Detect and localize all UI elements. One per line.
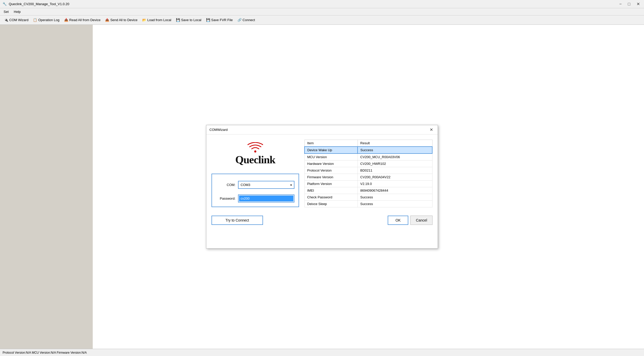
send-all-label: Send All to Device	[110, 18, 138, 22]
dialog-right-panel: Item Result Device Wake UpSuccessMCU Ver…	[304, 140, 433, 207]
operation-log-label: Operation Log	[38, 18, 59, 22]
table-cell-result: 869409067428444	[358, 187, 432, 194]
table-row: Deivce SleepSuccess	[304, 201, 432, 207]
toolbar: 🔌 COM Wizard 📋 Operation Log 📥 Read All …	[0, 15, 644, 25]
close-button[interactable]: ✕	[635, 1, 641, 7]
menu-item-help[interactable]: Help	[12, 9, 23, 14]
connect-label: Connect	[243, 18, 255, 22]
connection-form: COM: COM3 COM1 COM2 COM4 COM5	[211, 174, 299, 207]
table-cell-item: Platform Version	[304, 181, 358, 187]
ok-button[interactable]: OK	[388, 216, 408, 225]
toolbar-send-all[interactable]: 📤 Send All to Device	[103, 17, 140, 23]
dialog-titlebar: COMWizard ✕	[206, 125, 438, 134]
com-wizard-dialog: COMWizard ✕	[206, 125, 438, 249]
cancel-button[interactable]: Cancel	[410, 216, 433, 225]
save-fvr-icon: 💾	[206, 18, 210, 22]
status-bar: Protocol Version:N/A MCU Version:N/A Fir…	[0, 349, 644, 356]
table-cell-item: Hardware Version	[304, 160, 358, 167]
toolbar-read-all[interactable]: 📥 Read All from Device	[62, 17, 103, 23]
table-cell-result: CV200_MCU_R00A03V06	[358, 154, 432, 160]
table-row: Protocol VersionBD0211	[304, 167, 432, 174]
table-cell-item: Protocol Version	[304, 167, 358, 174]
table-cell-result: BD0211	[358, 167, 432, 174]
send-all-icon: 📤	[105, 18, 109, 22]
table-cell-result: CV200_R00A04V22	[358, 174, 432, 181]
table-cell-result: Success	[358, 147, 432, 154]
dialog-title: COMWizard	[209, 128, 228, 132]
menu-bar: Set Help	[0, 8, 644, 15]
password-form-group: Password:	[216, 194, 294, 202]
title-bar-left: 🔧 Queclink_CV200_Manage_Tool_V1.0.20	[3, 2, 69, 6]
dialog-body: Queclink COM: COM3 COM1 COM2	[206, 134, 438, 213]
load-local-label: Load from Local	[147, 18, 171, 22]
main-content: COMWizard ✕	[0, 25, 644, 349]
dialog-footer: Try to Connect OK Cancel	[206, 213, 438, 230]
table-cell-item: IMEI	[304, 187, 358, 194]
table-cell-result: V2.19.0	[358, 181, 432, 187]
com-form-group: COM: COM3 COM1 COM2 COM4 COM5	[216, 181, 294, 189]
svg-point-0	[254, 150, 256, 152]
table-cell-result: Success	[358, 201, 432, 207]
table-row: MCU VersionCV200_MCU_R00A03V06	[304, 154, 432, 160]
dialog-left-panel: Queclink COM: COM3 COM1 COM2	[211, 140, 299, 207]
com-wizard-label: COM Wizard	[9, 18, 28, 22]
password-label: Password:	[216, 197, 235, 200]
read-all-icon: 📥	[64, 18, 68, 22]
table-cell-item: Deivce Sleep	[304, 201, 358, 207]
table-row: Platform VersionV2.19.0	[304, 181, 432, 187]
table-cell-result: CV200_HWR102	[358, 160, 432, 167]
table-row: Hardware VersionCV200_HWR102	[304, 160, 432, 167]
table-header-result: Result	[358, 140, 432, 147]
toolbar-com-wizard[interactable]: 🔌 COM Wizard	[2, 17, 30, 23]
save-local-icon: 💾	[176, 18, 180, 22]
title-bar-controls: − □ ✕	[618, 1, 641, 7]
com-select-wrap: COM3 COM1 COM2 COM4 COM5	[238, 181, 294, 189]
toolbar-save-local[interactable]: 💾 Save to Local	[174, 17, 204, 23]
table-cell-item: Check Password	[304, 194, 358, 201]
footer-right: OK Cancel	[388, 216, 433, 225]
status-text: Protocol Version:N/A MCU Version:N/A Fir…	[3, 351, 87, 354]
table-cell-item: Device Wake Up	[304, 147, 358, 154]
app-title: Queclink_CV200_Manage_Tool_V1.0.20	[9, 2, 69, 6]
com-select[interactable]: COM3 COM1 COM2 COM4 COM5	[239, 182, 293, 188]
app-icon: 🔧	[3, 2, 7, 6]
device-info-table: Item Result Device Wake UpSuccessMCU Ver…	[304, 140, 433, 207]
toolbar-operation-log[interactable]: 📋 Operation Log	[31, 17, 61, 23]
dialog-close-button[interactable]: ✕	[428, 127, 435, 133]
read-all-label: Read All from Device	[69, 18, 100, 22]
toolbar-save-fvr[interactable]: 💾 Save FVR File	[204, 17, 235, 23]
footer-left: Try to Connect	[211, 216, 385, 225]
menu-item-set[interactable]: Set	[2, 9, 11, 14]
save-local-label: Save to Local	[181, 18, 201, 22]
operation-log-icon: 📋	[33, 18, 37, 22]
connect-icon: 🔗	[238, 18, 242, 22]
com-label: COM:	[216, 183, 235, 187]
table-cell-item: Firmware Version	[304, 174, 358, 181]
table-row: Check PasswordSuccess	[304, 194, 432, 201]
try-connect-button[interactable]: Try to Connect	[211, 216, 263, 225]
dialog-overlay: COMWizard ✕	[0, 25, 644, 349]
title-bar: 🔧 Queclink_CV200_Manage_Tool_V1.0.20 − □…	[0, 0, 644, 8]
table-row: IMEI869409067428444	[304, 187, 432, 194]
toolbar-load-local[interactable]: 📂 Load from Local	[140, 17, 173, 23]
wifi-icon	[235, 142, 275, 152]
save-fvr-label: Save FVR File	[211, 18, 233, 22]
table-cell-item: MCU Version	[304, 154, 358, 160]
table-row: Firmware VersionCV200_R00A04V22	[304, 174, 432, 181]
minimize-button[interactable]: −	[618, 1, 623, 7]
table-row: Device Wake UpSuccess	[304, 147, 432, 154]
table-cell-result: Success	[358, 194, 432, 201]
table-header-item: Item	[304, 140, 358, 147]
queclink-logo: Queclink	[235, 142, 275, 166]
load-local-icon: 📂	[142, 18, 146, 22]
password-input[interactable]	[239, 196, 293, 201]
logo-wordmark: Queclink	[235, 154, 275, 166]
com-wizard-icon: 🔌	[4, 18, 8, 22]
toolbar-connect[interactable]: 🔗 Connect	[235, 17, 257, 23]
maximize-button[interactable]: □	[626, 1, 632, 7]
password-input-wrap	[238, 194, 294, 202]
